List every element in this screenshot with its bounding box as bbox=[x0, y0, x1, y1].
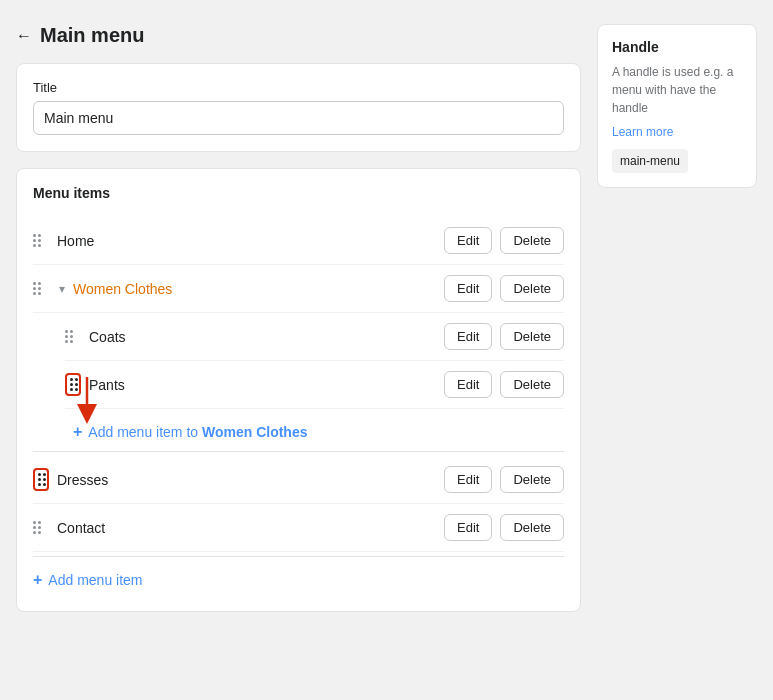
handle-card: Handle A handle is used e.g. a menu with… bbox=[597, 24, 757, 188]
pants-edit-button[interactable]: Edit bbox=[444, 371, 492, 398]
add-item-label: Add menu item bbox=[48, 572, 142, 588]
add-child-plus-icon: + bbox=[73, 423, 82, 441]
menu-items-card: Menu items Home Edit Delete bbox=[16, 168, 581, 612]
sidebar: Handle A handle is used e.g. a menu with… bbox=[597, 24, 757, 612]
contact-actions: Edit Delete bbox=[444, 514, 564, 541]
drag-dots-icon-wc bbox=[33, 282, 41, 295]
women-clothes-delete-button[interactable]: Delete bbox=[500, 275, 564, 302]
menu-item-home: Home Edit Delete bbox=[33, 217, 564, 265]
pants-actions: Edit Delete bbox=[444, 371, 564, 398]
page-title: Main menu bbox=[40, 24, 144, 47]
contact-label: Contact bbox=[57, 520, 436, 536]
drag-dots-icon bbox=[33, 234, 41, 247]
dresses-label: Dresses bbox=[57, 472, 436, 488]
drag-dots-icon-pants bbox=[70, 378, 78, 391]
chevron-down-icon[interactable]: ▾ bbox=[59, 282, 65, 296]
handle-description: A handle is used e.g. a menu with have t… bbox=[612, 63, 742, 117]
title-input[interactable] bbox=[33, 101, 564, 135]
menu-item-coats: Coats Edit Delete bbox=[65, 313, 564, 361]
women-clothes-edit-button[interactable]: Edit bbox=[444, 275, 492, 302]
dresses-delete-button[interactable]: Delete bbox=[500, 466, 564, 493]
home-label: Home bbox=[57, 233, 436, 249]
coats-edit-button[interactable]: Edit bbox=[444, 323, 492, 350]
add-menu-item-row[interactable]: + Add menu item bbox=[33, 561, 564, 595]
home-delete-button[interactable]: Delete bbox=[500, 227, 564, 254]
women-clothes-label: Women Clothes bbox=[73, 281, 436, 297]
red-arrow-annotation bbox=[83, 373, 123, 417]
dresses-edit-button[interactable]: Edit bbox=[444, 466, 492, 493]
coats-delete-button[interactable]: Delete bbox=[500, 323, 564, 350]
drag-dots-icon-dresses bbox=[38, 473, 46, 486]
coats-label: Coats bbox=[89, 329, 436, 345]
pants-delete-button[interactable]: Delete bbox=[500, 371, 564, 398]
drag-dots-icon-contact bbox=[33, 521, 41, 534]
drag-handle-pants[interactable] bbox=[65, 373, 81, 396]
drag-handle-women-clothes[interactable] bbox=[33, 282, 49, 295]
learn-more-link[interactable]: Learn more bbox=[612, 125, 673, 139]
contact-edit-button[interactable]: Edit bbox=[444, 514, 492, 541]
home-actions: Edit Delete bbox=[444, 227, 564, 254]
coats-actions: Edit Delete bbox=[444, 323, 564, 350]
handle-title: Handle bbox=[612, 39, 742, 55]
title-card: Title bbox=[16, 63, 581, 152]
handle-value-badge: main-menu bbox=[612, 149, 688, 173]
bottom-divider bbox=[33, 556, 564, 557]
menu-item-women-clothes: ▾ Women Clothes Edit Delete bbox=[33, 265, 564, 313]
drag-handle-dresses[interactable] bbox=[33, 468, 49, 491]
add-child-label: Add menu item to Women Clothes bbox=[88, 424, 307, 440]
women-clothes-actions: Edit Delete bbox=[444, 275, 564, 302]
drag-handle-coats[interactable] bbox=[65, 330, 81, 343]
add-child-menu-item-row[interactable]: + Add menu item to Women Clothes bbox=[65, 413, 564, 447]
drag-dots-icon-coats bbox=[65, 330, 73, 343]
menu-item-contact: Contact Edit Delete bbox=[33, 504, 564, 552]
menu-item-dresses: Dresses Edit Delete bbox=[33, 456, 564, 504]
home-edit-button[interactable]: Edit bbox=[444, 227, 492, 254]
divider bbox=[33, 451, 564, 452]
add-plus-icon: + bbox=[33, 571, 42, 589]
pants-label: Pants bbox=[89, 377, 436, 393]
menu-item-pants: Pants Edit Delete bbox=[65, 361, 564, 409]
menu-items-title: Menu items bbox=[33, 185, 564, 201]
drag-handle-contact[interactable] bbox=[33, 521, 49, 534]
contact-delete-button[interactable]: Delete bbox=[500, 514, 564, 541]
drag-handle-home[interactable] bbox=[33, 234, 49, 247]
back-button[interactable]: ← bbox=[16, 27, 32, 45]
title-label: Title bbox=[33, 80, 564, 95]
dresses-actions: Edit Delete bbox=[444, 466, 564, 493]
